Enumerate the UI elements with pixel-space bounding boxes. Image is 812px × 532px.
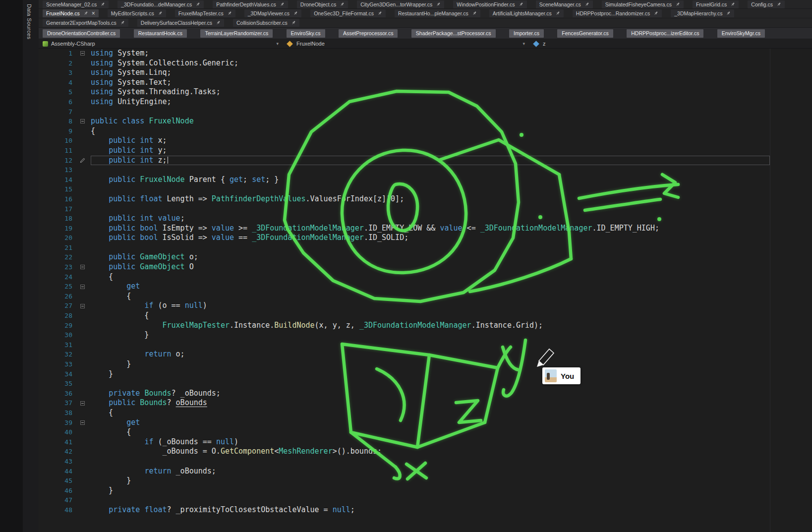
type-dropdown[interactable]: FruxelNode ▾ [283,39,529,48]
tab-fencesgenerator-cs[interactable]: FencesGenerator.cs [557,29,613,38]
project-dropdown[interactable]: Assembly-CSharp ▾ [39,39,283,48]
code-line-26[interactable]: 26 { [39,292,770,301]
pin-icon[interactable] [291,20,296,25]
tab-3dmapviewer-cs[interactable]: _3DMapViewer.cs [244,9,301,17]
pin-icon[interactable] [730,2,735,7]
tab-restaurantho-plemanager-cs[interactable]: RestaurantHo...pleManager.cs [395,9,480,17]
code-text[interactable] [91,495,770,505]
code-text[interactable] [91,184,770,194]
pin-icon[interactable] [293,11,298,16]
fold-collapse-icon[interactable] [80,119,85,123]
code-line-9[interactable]: 9{ [39,126,770,136]
scrollbar-area[interactable] [770,49,812,532]
tab-deliverysurfaceclasshelper-cs[interactable]: DeliverySurfaceClassHelper.cs [137,19,224,27]
fold-gutter[interactable] [74,282,91,292]
code-line-47[interactable]: 47 [39,495,770,505]
code-line-39[interactable]: 39 get [39,418,770,428]
code-text[interactable]: if (o == null) [91,301,770,311]
code-line-14[interactable]: 14 public FruxelNode Parent { get; set; … [39,175,770,185]
code-line-3[interactable]: 3using System.Linq; [39,68,770,78]
code-line-44[interactable]: 44 return _oBounds; [39,467,770,476]
code-text[interactable]: _oBounds = O.GetComponent<MeshRenderer>(… [91,447,770,457]
close-icon[interactable]: × [92,10,95,16]
code-line-24[interactable]: 24 { [39,272,770,282]
code-text[interactable]: public GameObject o; [91,252,770,262]
code-line-32[interactable]: 32 return o; [39,350,770,359]
code-line-29[interactable]: 29 FruxelMapTester.Instance.BuildNode(x,… [39,321,770,331]
code-text[interactable]: { [91,408,770,418]
fold-collapse-icon[interactable] [80,304,85,308]
code-text[interactable]: using System.Text; [91,78,770,88]
pin-icon[interactable] [555,11,560,16]
tab-assetpreprocessor-cs[interactable]: AssetPreprocessor.cs [339,29,398,38]
tool-tab-data-sources[interactable]: Data Sources [25,3,34,40]
tab-fruxelmaptester-cs[interactable]: FruxelMapTester.cs [175,9,235,17]
pin-icon[interactable] [340,2,345,7]
code-text[interactable]: } [91,369,770,379]
code-text[interactable]: public float Length => PathfinderDepthVa… [91,194,770,204]
tab-config-cs[interactable]: Config.cs [748,0,785,8]
code-text[interactable]: using System.Threading.Tasks; [91,87,770,97]
code-text[interactable] [91,243,770,253]
code-line-11[interactable]: 11 public int y; [39,146,770,156]
code-text[interactable] [91,165,770,175]
tab-artificiallightsmanager-cs[interactable]: ArtificialLightsManager.cs [489,9,564,17]
pin-icon[interactable] [195,2,200,7]
code-text[interactable]: public GameObject O [91,262,770,272]
fold-gutter[interactable] [74,49,91,59]
code-text[interactable]: FruxelMapTester.Instance.BuildNode(x, y,… [91,321,770,331]
code-line-30[interactable]: 30 } [39,330,770,340]
code-line-15[interactable]: 15 [39,184,770,194]
pin-icon[interactable] [216,20,221,25]
code-text[interactable]: return o; [91,350,770,359]
code-line-10[interactable]: 10 public int x; [39,136,770,146]
pin-icon[interactable] [100,2,105,7]
fold-gutter[interactable] [74,262,91,272]
pin-icon[interactable] [227,11,232,16]
code-text[interactable]: } [91,476,770,486]
fold-gutter[interactable] [74,301,91,311]
code-text[interactable]: { [91,272,770,282]
tab-windowpositionfinder-cs[interactable]: WindowPositionFinder.cs [453,0,526,8]
code-line-1[interactable]: 1using System; [39,49,770,59]
code-text[interactable]: private float? _proximityToClosestObstac… [91,505,770,515]
tab-shaderpackage-stprocessor-cs[interactable]: ShaderPackage...stProcessor.cs [411,29,496,38]
tab-terrainlayerrandomizer-cs[interactable]: TerrainLayerRandomizer.cs [200,29,273,38]
fold-collapse-icon[interactable] [80,51,85,56]
tab-droneorientationcontroller-cs[interactable]: DroneOrientationController.cs [43,29,120,38]
code-line-18[interactable]: 18 public int value; [39,214,770,224]
code-text[interactable]: { [91,126,770,136]
pin-icon[interactable] [83,11,88,16]
code-line-27[interactable]: 27 if (o == null) [39,301,770,311]
code-line-36[interactable]: 36 private Bounds? _oBounds; [39,389,770,399]
code-line-37[interactable]: 37 public Bounds? oBounds [39,398,770,408]
code-line-45[interactable]: 45 } [39,476,770,486]
code-line-13[interactable]: 13 [39,165,770,175]
code-text[interactable]: public bool IsEmpty => value >= _3DFound… [91,224,770,234]
code-text[interactable]: get [91,418,770,428]
pin-icon[interactable] [675,2,680,7]
code-line-7[interactable]: 7 [39,107,770,117]
code-line-42[interactable]: 42 _oBounds = O.GetComponent<MeshRendere… [39,447,770,457]
code-text[interactable]: if (_oBounds == null) [91,437,770,447]
tab-3dmaphierarchy-cs[interactable]: _3DMapHierarchy.cs [671,9,734,17]
pin-icon[interactable] [377,11,382,16]
tab-hdrppostproc-izereditor-cs[interactable]: HDRPPostproc...izerEditor.cs [627,29,703,38]
code-editor[interactable]: 1using System;2using System.Collections.… [39,49,812,532]
code-line-35[interactable]: 35 [39,379,770,389]
code-line-17[interactable]: 17 [39,204,770,214]
tab-envirosky-cs[interactable]: EnviroSky.cs [287,29,325,38]
code-text[interactable] [91,204,770,214]
code-line-41[interactable]: 41 if (_oBounds == null) [39,437,770,447]
member-dropdown[interactable]: z [529,39,812,48]
pin-icon[interactable] [584,2,589,7]
tab-simulatedfisheyecamera-cs[interactable]: SimulatedFisheyeCamera.cs [602,0,684,8]
code-text[interactable]: public FruxelNode Parent { get; set; } [91,175,770,185]
code-line-25[interactable]: 25 get [39,282,770,292]
code-text[interactable]: using System.Collections.Generic; [91,59,770,68]
tab-droneobject-cs[interactable]: DroneObject.cs [297,0,348,8]
code-line-4[interactable]: 4using System.Text; [39,78,770,88]
pin-icon[interactable] [653,11,658,16]
fold-gutter[interactable] [74,398,91,408]
code-text[interactable]: public int value; [91,214,770,224]
